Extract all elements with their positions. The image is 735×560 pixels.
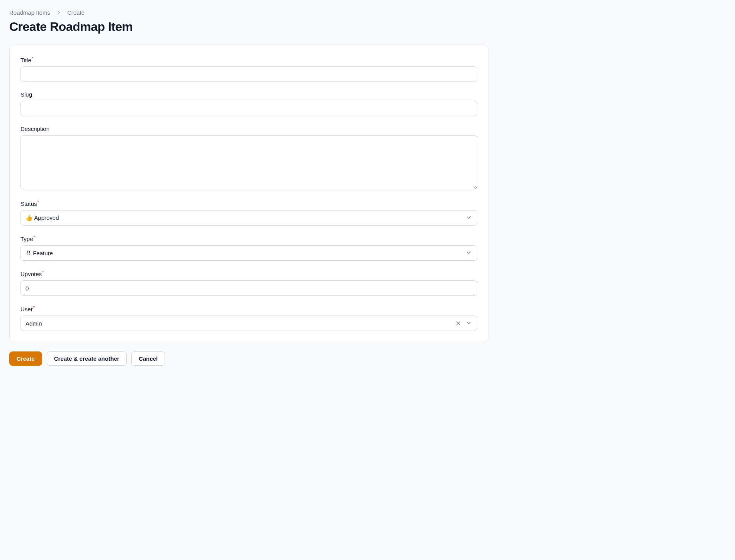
breadcrumb: Roadmap Items Create (9, 9, 488, 16)
cancel-button[interactable]: Cancel (131, 351, 165, 366)
required-asterisk: * (42, 270, 44, 275)
type-value: 🎖 Feature (26, 250, 53, 256)
chevron-down-icon (465, 249, 472, 257)
chevron-down-icon (465, 214, 472, 222)
create-another-button[interactable]: Create & create another (47, 351, 127, 366)
slug-label: Slug (20, 91, 477, 98)
upvotes-input[interactable] (20, 280, 477, 296)
status-label: Status* (20, 200, 477, 207)
description-label: Description (20, 126, 477, 132)
required-asterisk: * (37, 200, 39, 204)
required-asterisk: * (32, 56, 33, 61)
close-icon[interactable] (455, 320, 461, 326)
slug-input[interactable] (20, 101, 477, 116)
user-value: Admin (26, 320, 42, 327)
required-asterisk: * (33, 305, 35, 310)
chevron-right-icon (56, 10, 62, 16)
user-select[interactable]: Admin (20, 316, 477, 331)
status-value: 👍 Approved (26, 214, 59, 221)
type-label: Type* (20, 235, 477, 242)
create-button[interactable]: Create (9, 351, 42, 366)
type-select[interactable]: 🎖 Feature (20, 245, 477, 261)
description-input[interactable] (20, 135, 477, 189)
action-buttons: Create Create & create another Cancel (9, 351, 488, 366)
title-label: Title* (20, 56, 477, 63)
user-label: User* (20, 305, 477, 312)
upvotes-label: Upvotes* (20, 270, 477, 277)
chevron-down-icon (465, 319, 472, 328)
page-title: Create Roadmap Item (9, 20, 488, 34)
status-select[interactable]: 👍 Approved (20, 210, 477, 226)
title-input[interactable] (20, 66, 477, 82)
breadcrumb-current: Create (67, 9, 85, 16)
breadcrumb-parent-link[interactable]: Roadmap Items (9, 9, 50, 16)
form-card: Title* Slug Description Status* 👍 Approv… (9, 45, 488, 342)
required-asterisk: * (34, 235, 35, 239)
